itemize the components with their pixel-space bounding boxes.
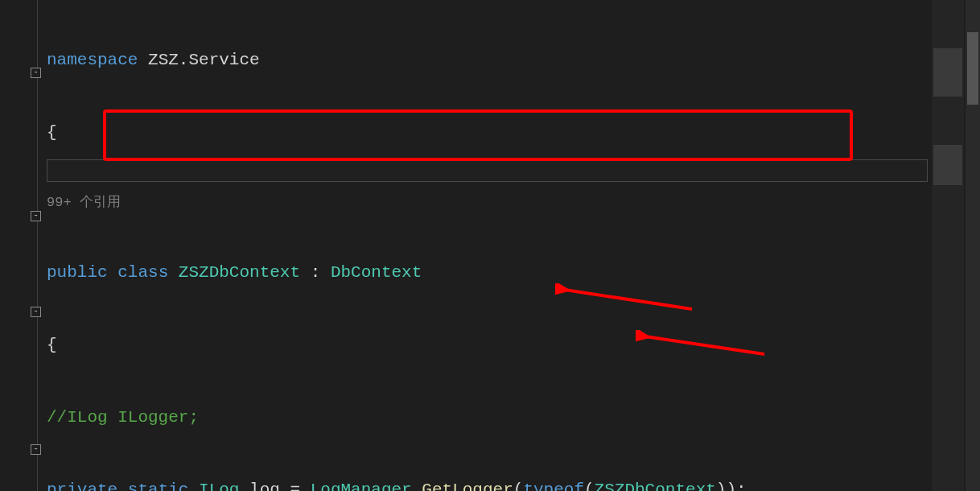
brace: { xyxy=(47,121,57,145)
keyword-static: static xyxy=(128,478,199,491)
gutter: - - - - xyxy=(0,0,47,491)
comment: //ILog ILogger; xyxy=(47,406,199,430)
type-ctx: ZSZDbContext xyxy=(595,478,716,491)
namespace-name: ZSZ.Service xyxy=(138,48,259,72)
field-log: log xyxy=(239,478,279,491)
fold-toggle[interactable]: - xyxy=(31,68,41,78)
fold-toggle[interactable]: - xyxy=(31,211,41,221)
keyword-typeof: typeof xyxy=(523,478,584,491)
keyword-class: class xyxy=(117,261,179,285)
method-getlogger: GetLogger xyxy=(422,478,513,491)
overview-ruler[interactable] xyxy=(932,0,964,491)
class-logmanager: LogManager xyxy=(311,478,412,491)
fold-toggle[interactable]: - xyxy=(31,444,41,455)
scrollbar-thumb[interactable] xyxy=(967,32,978,105)
reference-count[interactable]: 99+ 个引用 xyxy=(47,191,121,215)
code-editor[interactable]: - - - - namespace ZSZ.Service { 99+ 个引用 … xyxy=(0,0,980,491)
keyword-public: public xyxy=(47,261,117,285)
base-class: DbContext xyxy=(331,261,422,285)
vertical-scrollbar[interactable] xyxy=(966,0,980,491)
class-name: ZSZDbContext xyxy=(179,261,300,285)
keyword-private: private xyxy=(47,478,128,491)
keyword-namespace: namespace xyxy=(47,48,138,72)
brace: { xyxy=(47,333,57,357)
fold-toggle[interactable]: - xyxy=(31,307,41,317)
type-ilog: ILog xyxy=(199,478,239,491)
code-area[interactable]: namespace ZSZ.Service { 99+ 个引用 public c… xyxy=(47,0,932,491)
